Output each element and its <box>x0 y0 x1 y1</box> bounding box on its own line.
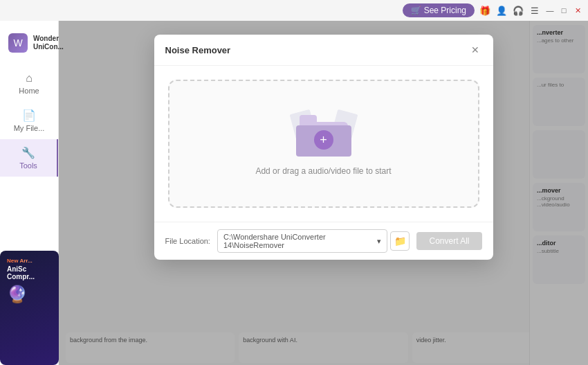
modal-footer: File Location: C:\Wondershare UniConvert… <box>154 222 493 260</box>
convert-all-button[interactable]: Convert All <box>416 232 481 250</box>
close-button[interactable]: ✕ <box>573 6 582 15</box>
headset-icon[interactable]: 🎧 <box>512 4 524 17</box>
user-icon[interactable]: 👤 <box>495 4 508 17</box>
see-pricing-label: See Pricing <box>424 6 466 15</box>
promo-badge: New Arr... <box>7 258 52 264</box>
see-pricing-button[interactable]: 🛒 See Pricing <box>403 3 475 17</box>
modal-overlay: Noise Remover ✕ + <box>59 21 588 365</box>
noise-remover-modal: Noise Remover ✕ + <box>154 35 493 260</box>
sidebar-item-my-files[interactable]: 📄 My File... <box>0 102 58 139</box>
promo-title: AniScCompr... <box>7 265 52 281</box>
folder-icon: + <box>296 112 351 157</box>
file-drop-zone[interactable]: + Add or drag a audio/video file to star… <box>168 80 479 208</box>
sidebar-item-tools[interactable]: 🔧 Tools <box>0 139 58 177</box>
titlebar: 🛒 See Pricing 🎁 👤 🎧 ☰ — □ ✕ <box>0 0 588 21</box>
add-file-icon: + <box>314 130 333 150</box>
promo-banner[interactable]: New Arr... AniScCompr... 🔮 <box>0 251 59 365</box>
home-icon: ⌂ <box>26 72 33 84</box>
cart-icon: 🛒 <box>411 6 421 15</box>
home-label: Home <box>19 87 39 95</box>
file-path-value: C:\Wondershare UniConverter 14\NoiseRemo… <box>223 233 378 249</box>
maximize-button[interactable]: □ <box>559 6 569 15</box>
promo-icon: 🔮 <box>7 285 52 304</box>
my-files-label: My File... <box>14 124 45 132</box>
app-container: W Wonder UniCon... ⌂ Home 📄 My File... 🔧… <box>0 21 588 365</box>
browse-folder-button[interactable]: 📁 <box>390 231 410 251</box>
menu-icon[interactable]: ☰ <box>529 4 541 17</box>
modal-header: Noise Remover ✕ <box>154 35 493 66</box>
drop-instruction: Add or drag a audio/video file to start <box>255 166 391 176</box>
tools-label: Tools <box>19 161 37 170</box>
file-location-label: File Location: <box>165 237 210 245</box>
tools-icon: 🔧 <box>21 146 35 159</box>
modal-close-button[interactable]: ✕ <box>468 43 482 57</box>
file-path-select[interactable]: C:\Wondershare UniConverter 14\NoiseRemo… <box>217 229 388 253</box>
chevron-down-icon: ▾ <box>377 237 381 246</box>
app-logo-icon: W <box>8 33 28 53</box>
folder-open-icon: 📁 <box>394 235 406 247</box>
main-content: Noise Remover ✕ + <box>59 21 588 365</box>
minimize-button[interactable]: — <box>545 6 555 15</box>
gift-icon[interactable]: 🎁 <box>479 4 491 17</box>
modal-body: + Add or drag a audio/video file to star… <box>154 66 493 222</box>
folder-front: + <box>296 125 351 157</box>
sidebar-item-home[interactable]: ⌂ Home <box>0 65 58 102</box>
files-icon: 📄 <box>22 109 36 122</box>
modal-title: Noise Remover <box>165 45 231 55</box>
file-path-container: C:\Wondershare UniConverter 14\NoiseRemo… <box>217 229 410 253</box>
sidebar: W Wonder UniCon... ⌂ Home 📄 My File... 🔧… <box>0 21 59 365</box>
